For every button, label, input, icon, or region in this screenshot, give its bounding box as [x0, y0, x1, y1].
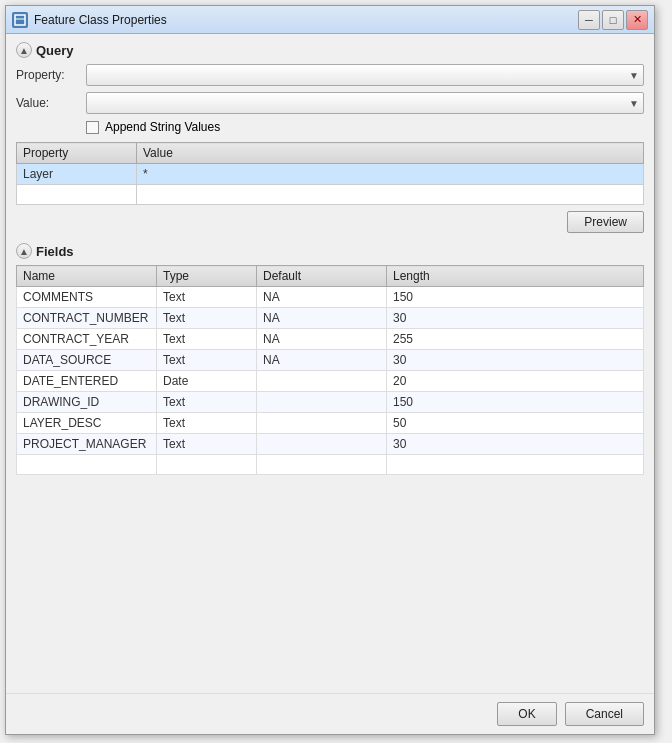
type-cell: Text: [157, 329, 257, 350]
name-cell: DRAWING_ID: [17, 392, 157, 413]
property-table: Property Value Layer *: [16, 142, 644, 205]
property-cell: Layer: [17, 164, 137, 185]
fields-table: Name Type Default Length COMMENTSTextNA1…: [16, 265, 644, 475]
table-row[interactable]: DATE_ENTEREDDate20: [17, 371, 644, 392]
length-cell: 50: [387, 413, 644, 434]
length-cell: 20: [387, 371, 644, 392]
name-cell: COMMENTS: [17, 287, 157, 308]
window-icon: [12, 12, 28, 28]
type-cell: Text: [157, 392, 257, 413]
default-cell: [257, 455, 387, 475]
name-col-header: Name: [17, 266, 157, 287]
ok-button[interactable]: OK: [497, 702, 556, 726]
name-cell: DATA_SOURCE: [17, 350, 157, 371]
table-row[interactable]: DRAWING_IDText150: [17, 392, 644, 413]
fields-section: ▲ Fields Name Type Default Length COMMEN…: [16, 243, 644, 475]
value-col-header: Value: [137, 143, 644, 164]
close-button[interactable]: ✕: [626, 10, 648, 30]
maximize-button[interactable]: □: [602, 10, 624, 30]
window-title: Feature Class Properties: [34, 13, 167, 27]
length-cell: 150: [387, 392, 644, 413]
cancel-button[interactable]: Cancel: [565, 702, 644, 726]
table-row[interactable]: CONTRACT_NUMBERTextNA30: [17, 308, 644, 329]
default-cell: [257, 413, 387, 434]
query-section: ▲ Query Property: ▼ Value: ▼: [16, 42, 644, 233]
length-cell: [387, 455, 644, 475]
length-cell: 30: [387, 434, 644, 455]
name-cell: CONTRACT_YEAR: [17, 329, 157, 350]
table-row[interactable]: LAYER_DESCText50: [17, 413, 644, 434]
name-cell: [17, 455, 157, 475]
default-cell: NA: [257, 329, 387, 350]
table-row[interactable]: Layer *: [17, 164, 644, 185]
default-cell: NA: [257, 350, 387, 371]
table-row[interactable]: DATA_SOURCETextNA30: [17, 350, 644, 371]
type-col-header: Type: [157, 266, 257, 287]
table-row: [17, 185, 644, 205]
property-label: Property:: [16, 68, 86, 82]
type-cell: Text: [157, 308, 257, 329]
type-cell: Text: [157, 434, 257, 455]
name-cell: DATE_ENTERED: [17, 371, 157, 392]
append-string-checkbox[interactable]: [86, 121, 99, 134]
table-row[interactable]: CONTRACT_YEARTextNA255: [17, 329, 644, 350]
table-row[interactable]: [17, 455, 644, 475]
name-cell: CONTRACT_NUMBER: [17, 308, 157, 329]
default-cell: [257, 392, 387, 413]
table-row[interactable]: PROJECT_MANAGERText30: [17, 434, 644, 455]
value-dropdown[interactable]: ▼: [86, 92, 644, 114]
name-cell: PROJECT_MANAGER: [17, 434, 157, 455]
default-cell: [257, 371, 387, 392]
table-row[interactable]: COMMENTSTextNA150: [17, 287, 644, 308]
fields-section-title: Fields: [36, 244, 74, 259]
type-cell: Text: [157, 413, 257, 434]
fields-collapse-button[interactable]: ▲: [16, 243, 32, 259]
type-cell: Date: [157, 371, 257, 392]
type-cell: Text: [157, 287, 257, 308]
default-cell: NA: [257, 287, 387, 308]
length-cell: 150: [387, 287, 644, 308]
length-cell: 30: [387, 350, 644, 371]
minimize-button[interactable]: ─: [578, 10, 600, 30]
type-cell: [157, 455, 257, 475]
type-cell: Text: [157, 350, 257, 371]
value-dropdown-arrow: ▼: [629, 98, 639, 109]
property-dropdown-arrow: ▼: [629, 70, 639, 81]
value-label: Value:: [16, 96, 86, 110]
length-col-header: Length: [387, 266, 644, 287]
default-cell: NA: [257, 308, 387, 329]
property-col-header: Property: [17, 143, 137, 164]
append-string-label: Append String Values: [105, 120, 220, 134]
name-cell: LAYER_DESC: [17, 413, 157, 434]
value-cell: *: [137, 164, 644, 185]
query-section-title: Query: [36, 43, 74, 58]
query-collapse-button[interactable]: ▲: [16, 42, 32, 58]
svg-rect-0: [15, 15, 25, 25]
default-col-header: Default: [257, 266, 387, 287]
property-dropdown[interactable]: ▼: [86, 64, 644, 86]
length-cell: 255: [387, 329, 644, 350]
preview-button[interactable]: Preview: [567, 211, 644, 233]
length-cell: 30: [387, 308, 644, 329]
default-cell: [257, 434, 387, 455]
